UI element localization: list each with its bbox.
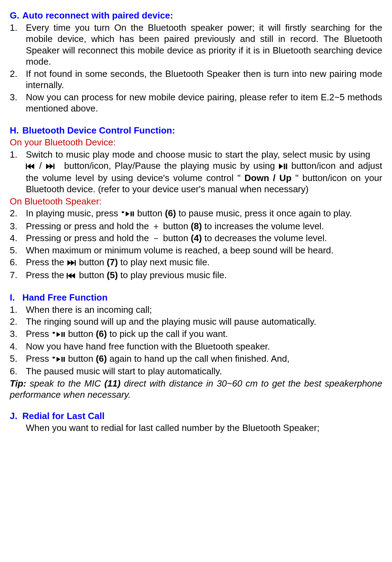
button-ref: (7) bbox=[107, 257, 118, 267]
item-text: When there is an incoming call; bbox=[26, 304, 382, 316]
button-ref: (8) bbox=[191, 221, 202, 231]
svg-marker-3 bbox=[46, 164, 50, 169]
tip-label: Tip: bbox=[10, 378, 26, 389]
item-number: 3. bbox=[10, 328, 26, 340]
text-fragment: to decreases the volume level. bbox=[202, 233, 327, 243]
text-fragment: button bbox=[66, 329, 96, 339]
phone-play-pause-icon bbox=[52, 354, 66, 365]
section-i-prefix: I. bbox=[10, 292, 22, 303]
section-g-prefix: G. bbox=[10, 10, 22, 21]
section-h-list1: 1. Switch to music play mode and choose … bbox=[10, 149, 382, 195]
item-text: Press the button (5) to play previous mu… bbox=[26, 269, 382, 282]
text-fragment: to pause music, press it once again to p… bbox=[176, 208, 352, 218]
list-item: 2. In playing music, press button (6) to… bbox=[10, 208, 382, 220]
list-item: 1. When there is an incoming call; bbox=[10, 304, 382, 316]
svg-marker-21 bbox=[57, 357, 60, 362]
section-h-sub1: On your Bluetooth Device: bbox=[10, 137, 382, 148]
text-fragment: Pressing or press and hold the bbox=[26, 233, 151, 243]
list-item: 2. If not found in some seconds, the Blu… bbox=[10, 68, 382, 91]
item-text: Every time you turn On the Bluetooth spe… bbox=[26, 22, 382, 67]
list-item: 6. The paused music will start to play a… bbox=[10, 366, 382, 377]
text-fragment: button bbox=[135, 208, 165, 218]
plus-icon: ＋ bbox=[151, 221, 161, 231]
section-j-body: When you want to redial for last called … bbox=[10, 422, 382, 434]
item-text: When maximum or minimum volume is reache… bbox=[26, 245, 382, 256]
svg-marker-17 bbox=[71, 273, 75, 279]
svg-rect-5 bbox=[53, 164, 54, 169]
text-fragment: Pressing or press and hold the bbox=[26, 221, 151, 231]
item-text: Pressing or press and hold the ＋ button … bbox=[26, 221, 382, 232]
list-item: 1. Switch to music play mode and choose … bbox=[10, 149, 382, 195]
list-item: 3. Pressing or press and hold the ＋ butt… bbox=[10, 221, 382, 232]
text-fragment: button/icon, Play/Pause the playing musi… bbox=[55, 160, 279, 171]
down-up-label: Down / Up bbox=[244, 173, 291, 183]
list-item: 3. Press button (6) to pick up the call … bbox=[10, 328, 382, 340]
skip-previous-icon bbox=[67, 270, 76, 282]
svg-rect-23 bbox=[64, 357, 65, 362]
list-item: 2. The ringing sound will up and the pla… bbox=[10, 316, 382, 327]
item-text: Now you have hand free function with the… bbox=[26, 341, 382, 352]
section-h-list2: 2. In playing music, press button (6) to… bbox=[10, 208, 382, 281]
svg-marker-9 bbox=[126, 211, 130, 216]
item-text: Switch to music play mode and choose mus… bbox=[26, 149, 382, 195]
spacer bbox=[10, 401, 382, 410]
item-text: The ringing sound will up and the playin… bbox=[26, 316, 382, 327]
svg-rect-15 bbox=[67, 273, 68, 279]
svg-rect-20 bbox=[64, 332, 65, 337]
text-fragment: button bbox=[66, 353, 96, 364]
item-text: The paused music will start to play auto… bbox=[26, 366, 382, 377]
item-number: 3. bbox=[10, 92, 26, 114]
button-ref: (6) bbox=[96, 329, 107, 339]
svg-marker-2 bbox=[30, 164, 34, 169]
section-g-title: G.Auto reconnect with paired device: bbox=[10, 10, 382, 21]
text-fragment: Press bbox=[26, 353, 52, 364]
phone-play-pause-icon bbox=[121, 208, 135, 220]
item-text: Press button (6) to pick up the call if … bbox=[26, 328, 382, 340]
text-fragment: speak to the MIC bbox=[26, 378, 104, 389]
item-number: 5. bbox=[10, 245, 26, 256]
spacer bbox=[10, 282, 382, 292]
svg-marker-1 bbox=[27, 164, 31, 169]
svg-marker-4 bbox=[50, 164, 53, 169]
list-item: 7. Press the button (5) to play previous… bbox=[10, 269, 382, 282]
item-number: 1. bbox=[10, 22, 26, 67]
list-item: 4. Now you have hand free function with … bbox=[10, 341, 382, 352]
item-number: 2. bbox=[10, 68, 26, 91]
minus-icon: － bbox=[151, 233, 161, 243]
text-fragment: button bbox=[76, 270, 107, 280]
item-number: 6. bbox=[10, 366, 26, 377]
text-fragment: to pick up the call if you want. bbox=[107, 329, 228, 339]
section-i-title: I.Hand Free Function bbox=[10, 292, 382, 303]
svg-marker-18 bbox=[57, 332, 60, 337]
spacer bbox=[10, 115, 382, 125]
item-number: 2. bbox=[10, 316, 26, 327]
text-fragment: again to hand up the call when finished.… bbox=[107, 353, 289, 364]
item-number: 4. bbox=[10, 232, 26, 244]
section-j-title-text: Redial for Last Call bbox=[22, 411, 105, 421]
text-fragment: to play next music file. bbox=[118, 257, 210, 267]
text-fragment: button bbox=[76, 257, 107, 267]
svg-rect-7 bbox=[284, 164, 285, 169]
play-pause-icon bbox=[279, 161, 288, 172]
skip-previous-icon bbox=[26, 161, 36, 172]
list-item: 1. Every time you turn On the Bluetooth … bbox=[10, 22, 382, 67]
svg-rect-0 bbox=[26, 164, 27, 169]
text-fragment: In playing music, press bbox=[26, 208, 121, 218]
skip-next-icon bbox=[67, 257, 76, 269]
phone-play-pause-icon bbox=[52, 329, 66, 340]
list-item: 5. Press button (6) again to hand up the… bbox=[10, 353, 382, 365]
item-number: 4. bbox=[10, 341, 26, 352]
text-fragment: Switch to music play mode and choose mus… bbox=[26, 149, 382, 160]
item-text: In playing music, press button (6) to pa… bbox=[26, 208, 382, 220]
item-number: 6. bbox=[10, 257, 26, 269]
skip-next-icon bbox=[45, 161, 55, 172]
section-j-prefix: J. bbox=[10, 410, 22, 422]
svg-rect-11 bbox=[133, 211, 134, 216]
text-fragment: Press bbox=[26, 329, 52, 339]
svg-rect-19 bbox=[61, 332, 63, 337]
button-ref: (4) bbox=[191, 233, 202, 243]
list-item: 4. Pressing or press and hold the － butt… bbox=[10, 232, 382, 244]
section-h-title: H.Bluetooth Device Control Function: bbox=[10, 125, 382, 136]
svg-rect-8 bbox=[286, 164, 287, 169]
svg-marker-12 bbox=[67, 260, 71, 266]
